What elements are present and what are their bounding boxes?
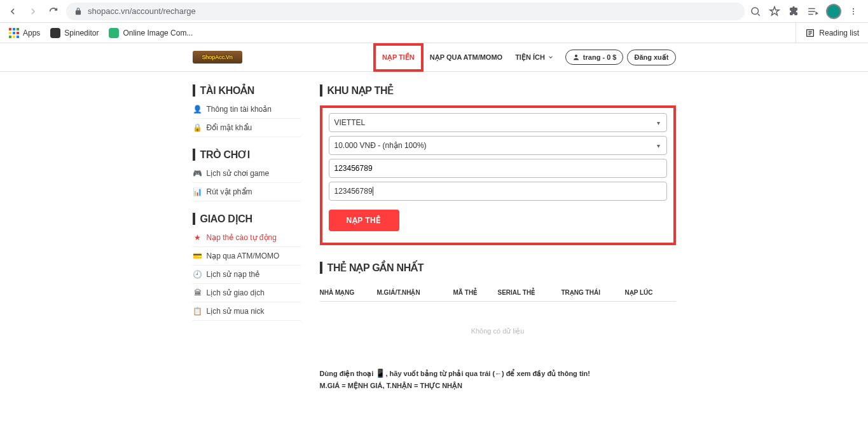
phone-icon: 📱 — [375, 368, 385, 378]
hint-line2: M.GIÁ = MỆNH GIÁ, T.NHẬN = THỰC NHẬN — [320, 382, 463, 389]
sidebar-label: Đổi mật khẩu — [207, 123, 252, 132]
forward-button[interactable] — [25, 4, 41, 19]
lock-icon — [74, 7, 83, 16]
caret-down-icon: ▾ — [657, 142, 660, 149]
serial-value: 123456789 — [334, 187, 373, 196]
submit-button[interactable]: NẠP THẺ — [329, 210, 399, 231]
col-status: TRẠNG THÁI — [561, 289, 625, 296]
sidebar-label: Lịch sử nạp thẻ — [207, 270, 260, 279]
caret-down-icon: ▾ — [657, 119, 660, 126]
extensions-icon[interactable] — [788, 6, 799, 17]
sidebar-label: Rút vật phẩm — [207, 187, 252, 196]
sidebar: TÀI KHOẢN 👤Thông tin tài khoản 🔒Đổi mật … — [193, 84, 301, 391]
serial-input[interactable]: 123456789 — [329, 182, 667, 201]
zoom-icon[interactable] — [750, 6, 761, 17]
bookmark-favicon — [109, 28, 119, 38]
sidebar-game-history[interactable]: 🎮Lịch sử chơi game — [193, 165, 301, 183]
svg-point-0 — [752, 8, 759, 15]
apps-icon — [9, 28, 19, 38]
browser-toolbar: shopacc.vn/account/recharge — [0, 0, 868, 23]
gamepad-icon: 🎮 — [194, 169, 202, 178]
url-text: shopacc.vn/account/recharge — [88, 6, 196, 16]
sidebar-title-trans: GIAO DỊCH — [193, 213, 301, 225]
form-title: KHU NẠP THẺ — [320, 84, 676, 97]
chevron-down-icon — [548, 54, 554, 60]
chart-icon: 📊 — [194, 187, 202, 196]
reload-button[interactable] — [46, 4, 61, 19]
sidebar-change-password[interactable]: 🔒Đổi mật khẩu — [193, 119, 301, 137]
sidebar-account-info[interactable]: 👤Thông tin tài khoản — [193, 100, 301, 119]
spineditor-bookmark[interactable]: Spineditor — [50, 28, 99, 38]
kebab-icon[interactable] — [849, 6, 858, 17]
sidebar-label: Lịch sử mua nick — [207, 307, 265, 316]
star-icon[interactable] — [769, 6, 780, 17]
lock-icon: 🔒 — [194, 123, 202, 132]
col-serial: SERIAL THẺ — [498, 289, 561, 296]
onlineimg-bookmark[interactable]: Online Image Com... — [109, 28, 193, 38]
clock-icon: 🕘 — [194, 270, 202, 279]
content: KHU NẠP THẺ VIETTEL ▾ 10.000 VNĐ - (nhận… — [320, 84, 676, 391]
telco-select[interactable]: VIETTEL ▾ — [329, 113, 667, 132]
sidebar-trans-history[interactable]: 🏛Lịch sử giao dịch — [193, 284, 301, 302]
sidebar-title-game: TRÒ CHƠI — [193, 149, 301, 161]
hint-text: Dùng điện thoại 📱, hãy vuốt bảng từ phải… — [320, 367, 676, 391]
sidebar-topup-atm[interactable]: 💳Nạp qua ATM/MOMO — [193, 247, 301, 266]
sidebar-label: Lịch sử chơi game — [207, 169, 270, 178]
sidebar-label: Thông tin tài khoản — [207, 105, 272, 114]
reading-list-label: Reading list — [819, 29, 859, 37]
url-bar[interactable]: shopacc.vn/account/recharge — [66, 3, 745, 20]
sidebar-topup-auto[interactable]: ★Nạp thẻ cào tự động — [193, 229, 301, 247]
readinglist-icon — [805, 28, 815, 38]
nav-nap-tien[interactable]: NẠP TIỀN — [373, 43, 424, 72]
telco-value: VIETTEL — [334, 118, 366, 127]
logout-button[interactable]: Đăng xuất — [627, 50, 675, 65]
user-icon — [572, 53, 580, 61]
card-icon: 💳 — [194, 252, 202, 260]
bank-icon: 🏛 — [194, 288, 202, 297]
no-data-text: Không có dữ liệu — [320, 302, 676, 342]
bookmarks-bar: Apps Spineditor Online Image Com... Read… — [0, 23, 868, 43]
profile-avatar[interactable] — [826, 4, 841, 19]
svg-point-1 — [853, 8, 854, 9]
site-logo[interactable]: ShopAcc.Vn — [193, 51, 242, 64]
bookmark-favicon — [50, 28, 60, 38]
star-icon: ★ — [194, 233, 202, 242]
pin-field[interactable] — [334, 164, 661, 173]
nav-label: TIỆN ÍCH — [515, 53, 545, 62]
sidebar-label: Nạp qua ATM/MOMO — [207, 252, 280, 260]
user-balance-pill[interactable]: trang - 0 $ — [565, 50, 624, 65]
recharge-form: VIETTEL ▾ 10.000 VNĐ - (nhận 100%) ▾ 123… — [320, 105, 676, 245]
user-balance-text: trang - 0 $ — [583, 53, 617, 61]
recent-title: THẺ NẠP GẦN NHẤT — [320, 262, 676, 274]
col-amount: M.GIÁ/T.NHẬN — [377, 289, 453, 296]
hint-part: , hãy vuốt bảng từ phải qua trái (←) để … — [385, 370, 590, 377]
back-button[interactable] — [5, 4, 20, 19]
reading-list-button[interactable]: Reading list — [796, 23, 859, 43]
sidebar-topup-history[interactable]: 🕘Lịch sử nạp thẻ — [193, 266, 301, 284]
col-network: NHÀ MẠNG — [320, 289, 377, 296]
nav-tien-ich[interactable]: TIỆN ÍCH — [509, 46, 560, 69]
user-icon: 👤 — [194, 105, 202, 114]
bookmark-label: Apps — [23, 29, 40, 37]
site-header: ShopAcc.Vn NẠP TIỀN NẠP QUA ATM/MOMO TIỆ… — [0, 43, 868, 72]
bookmark-label: Online Image Com... — [123, 29, 193, 37]
amount-value: 10.000 VNĐ - (nhận 100%) — [334, 141, 427, 150]
sidebar-title-account: TÀI KHOẢN — [193, 84, 301, 97]
svg-point-3 — [853, 13, 854, 15]
col-code: MÃ THẺ — [453, 289, 498, 296]
sidebar-buy-history[interactable]: 📋Lịch sử mua nick — [193, 302, 301, 321]
sidebar-withdraw-item[interactable]: 📊Rút vật phẩm — [193, 183, 301, 201]
col-time: NẠP LÚC — [625, 289, 676, 296]
playlist-icon[interactable] — [807, 6, 818, 17]
table-header: NHÀ MẠNG M.GIÁ/T.NHẬN MÃ THẺ SERIAL THẺ … — [320, 283, 676, 302]
hint-part: Dùng điện thoại — [320, 370, 376, 377]
apps-bookmark[interactable]: Apps — [9, 28, 40, 38]
nav-nap-atm[interactable]: NẠP QUA ATM/MOMO — [424, 46, 509, 69]
bookmark-label: Spineditor — [64, 29, 99, 37]
list-icon: 📋 — [194, 307, 202, 316]
svg-point-2 — [853, 10, 854, 11]
sidebar-label: Lịch sử giao dịch — [207, 288, 265, 297]
sidebar-label: Nạp thẻ cào tự động — [207, 233, 277, 242]
pin-input[interactable] — [329, 159, 667, 178]
amount-select[interactable]: 10.000 VNĐ - (nhận 100%) ▾ — [329, 136, 667, 155]
